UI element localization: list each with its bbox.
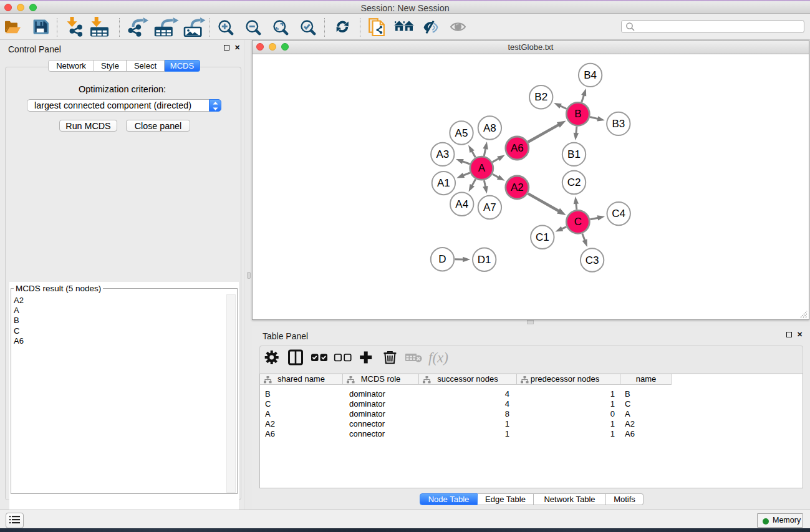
svg-text:A5: A5 <box>455 127 468 139</box>
svg-text:B4: B4 <box>584 69 597 81</box>
svg-text:A1: A1 <box>437 177 450 189</box>
svg-text:A7: A7 <box>483 201 496 213</box>
svg-text:A: A <box>478 162 486 174</box>
svg-text:D: D <box>438 253 446 265</box>
svg-text:B2: B2 <box>534 91 547 103</box>
svg-text:C3: C3 <box>586 254 599 266</box>
svg-text:B1: B1 <box>567 148 581 160</box>
svg-text:A2: A2 <box>511 181 524 193</box>
svg-text:C2: C2 <box>567 177 581 188</box>
svg-text:C4: C4 <box>612 208 625 220</box>
svg-text:A6: A6 <box>511 142 524 154</box>
svg-text:A4: A4 <box>455 198 468 210</box>
svg-text:D1: D1 <box>478 254 491 266</box>
svg-text:B3: B3 <box>612 118 625 130</box>
svg-text:B: B <box>574 108 581 120</box>
svg-text:A3: A3 <box>436 148 449 160</box>
svg-text:A8: A8 <box>483 122 496 134</box>
svg-text:C1: C1 <box>536 231 549 243</box>
svg-text:f(x): f(x) <box>428 350 448 365</box>
svg-text:C: C <box>574 216 582 228</box>
